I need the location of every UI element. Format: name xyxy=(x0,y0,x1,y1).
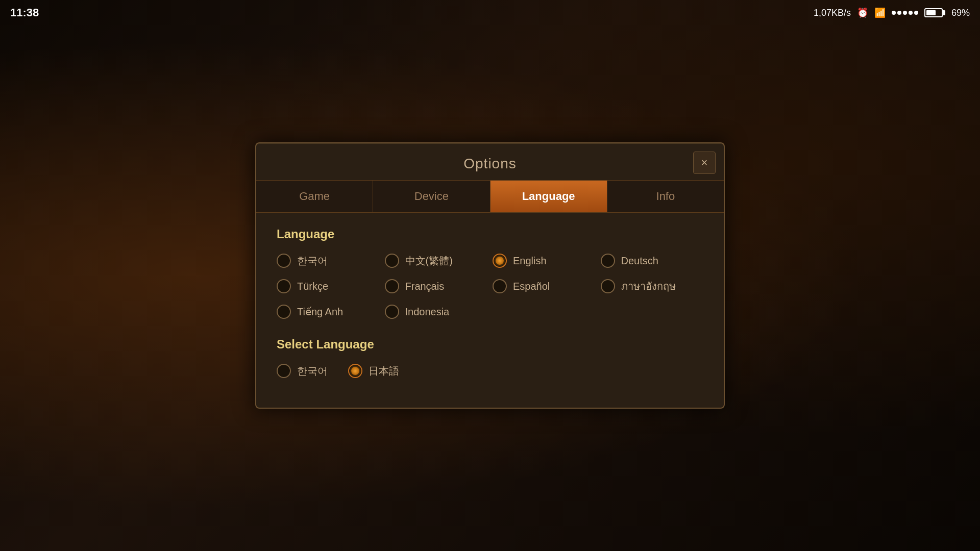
radio-indonesia[interactable] xyxy=(385,305,399,319)
label-select-japanese: 日本語 xyxy=(369,364,399,378)
signal-dot-4 xyxy=(909,11,913,15)
language-option-deutsch[interactable]: Deutsch xyxy=(601,254,704,268)
radio-korean[interactable] xyxy=(277,254,291,268)
signal-dot-1 xyxy=(892,11,896,15)
language-option-francais[interactable]: Français xyxy=(385,278,488,294)
label-korean: 한국어 xyxy=(297,254,328,268)
signal-dot-3 xyxy=(903,11,907,15)
radio-espanol[interactable] xyxy=(493,279,507,293)
battery-indicator xyxy=(924,8,945,17)
modal-content: Language 한국어 中文(繁體) English Deutsch xyxy=(256,213,724,392)
battery-percent: 69% xyxy=(951,8,970,18)
language-option-korean[interactable]: 한국어 xyxy=(277,254,380,268)
options-modal: Options × Game Device Language Info Lang… xyxy=(255,142,725,409)
signal-dot-2 xyxy=(897,11,901,15)
language-option-chinese-trad[interactable]: 中文(繁體) xyxy=(385,254,488,268)
wifi-icon: 📶 xyxy=(874,7,886,18)
language-section-title: Language xyxy=(277,227,703,241)
network-speed: 1,07KB/s xyxy=(814,8,851,18)
close-button[interactable]: × xyxy=(693,152,716,174)
modal-header: Options × xyxy=(256,143,724,180)
tab-language[interactable]: Language xyxy=(491,181,607,212)
select-language-grid: 한국어 日本語 xyxy=(277,364,703,378)
grid-spacer-1 xyxy=(493,305,596,319)
grid-spacer-2 xyxy=(601,305,704,319)
select-language-title: Select Language xyxy=(277,337,703,352)
alarm-icon: ⏰ xyxy=(857,7,868,18)
radio-select-japanese[interactable] xyxy=(348,364,362,378)
label-turkce: Türkçe xyxy=(297,281,328,292)
radio-thai[interactable] xyxy=(601,279,615,293)
radio-tieng-anh[interactable] xyxy=(277,305,291,319)
tab-info[interactable]: Info xyxy=(607,181,724,212)
tabs-container: Game Device Language Info xyxy=(256,180,724,213)
language-option-turkce[interactable]: Türkçe xyxy=(277,278,380,294)
signal-dot-5 xyxy=(914,11,918,15)
label-indonesia: Indonesia xyxy=(405,306,450,318)
label-select-korean: 한국어 xyxy=(297,364,328,378)
radio-turkce[interactable] xyxy=(277,279,291,293)
battery-tip xyxy=(943,10,945,15)
language-option-espanol[interactable]: Español xyxy=(493,278,596,294)
radio-chinese-trad[interactable] xyxy=(385,254,399,268)
modal-title: Options xyxy=(463,156,517,171)
status-time: 11:38 xyxy=(10,6,39,19)
language-option-indonesia[interactable]: Indonesia xyxy=(385,305,488,319)
select-lang-japanese[interactable]: 日本語 xyxy=(348,364,399,378)
radio-deutsch[interactable] xyxy=(601,254,615,268)
battery-fill xyxy=(926,10,936,15)
language-option-english[interactable]: English xyxy=(493,254,596,268)
language-grid: 한국어 中文(繁體) English Deutsch Türkçe xyxy=(277,254,703,319)
status-right: 1,07KB/s ⏰ 📶 69% xyxy=(814,7,970,18)
tab-game[interactable]: Game xyxy=(256,181,373,212)
label-tieng-anh: Tiếng Anh xyxy=(297,306,343,318)
tab-device[interactable]: Device xyxy=(373,181,490,212)
label-deutsch: Deutsch xyxy=(621,255,658,267)
select-lang-korean[interactable]: 한국어 xyxy=(277,364,328,378)
language-option-thai[interactable]: ภาษาอังกฤษ xyxy=(601,278,704,294)
language-option-tieng-anh[interactable]: Tiếng Anh xyxy=(277,305,380,319)
label-english: English xyxy=(513,255,547,267)
radio-francais[interactable] xyxy=(385,279,399,293)
label-chinese-trad: 中文(繁體) xyxy=(405,254,453,268)
label-thai: ภาษาอังกฤษ xyxy=(621,278,676,294)
battery-body xyxy=(924,8,943,17)
radio-english[interactable] xyxy=(493,254,507,268)
signal-indicator xyxy=(892,11,918,15)
modal-backdrop: Options × Game Device Language Info Lang… xyxy=(0,0,980,551)
radio-select-korean[interactable] xyxy=(277,364,291,378)
status-bar: 11:38 1,07KB/s ⏰ 📶 69% xyxy=(0,0,980,26)
label-espanol: Español xyxy=(513,281,550,292)
label-francais: Français xyxy=(405,281,445,292)
